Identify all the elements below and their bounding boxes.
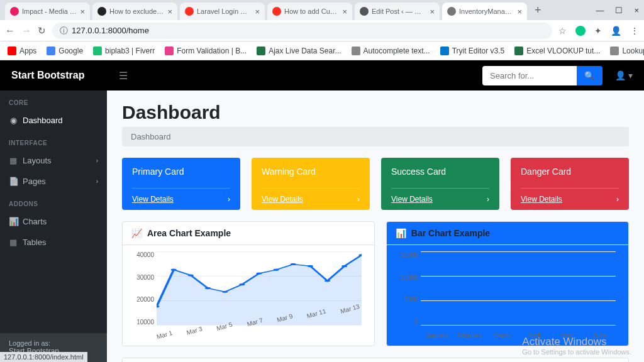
view-details-link[interactable]: View Details — [391, 195, 433, 204]
bar — [488, 295, 514, 325]
watermark-title: Activate Windows — [522, 336, 631, 348]
reload-icon[interactable]: ↻ — [38, 25, 46, 36]
sidebar-item-layouts[interactable]: ▦ Layouts › — [0, 150, 107, 171]
main-content: Dashboard Dashboard Primary CardView Det… — [107, 90, 644, 362]
close-icon[interactable]: × — [342, 7, 347, 16]
bookmark-label: Form Validation | B... — [177, 47, 247, 55]
summary-cards: Primary CardView Details›Warning CardVie… — [122, 158, 629, 210]
bookmark-label: Ajax Live Data Sear... — [269, 47, 341, 55]
star-icon[interactable]: ☆ — [558, 26, 567, 36]
close-icon[interactable]: × — [167, 7, 172, 16]
bookmark-item[interactable]: biplab3 | Fiverr — [93, 47, 155, 55]
bookmark-label: Excel VLOOKUP tut... — [526, 47, 600, 55]
sidebar-section-core: CORE — [0, 90, 107, 110]
browser-tab[interactable]: Impact - Media Partner× — [5, 3, 90, 20]
browser-tab[interactable]: Edit Post ‹ — WordPre× — [355, 3, 440, 20]
bookmark-item[interactable]: Apps — [8, 47, 36, 55]
sidebar-item-charts[interactable]: 📊 Charts — [0, 211, 107, 232]
bar — [590, 251, 616, 325]
close-icon[interactable]: × — [430, 7, 435, 16]
view-details-link[interactable]: View Details — [521, 195, 562, 204]
bar — [522, 286, 548, 325]
breadcrumb: Dashboard — [122, 127, 629, 146]
browser-tab[interactable]: How to add Custom D× — [267, 3, 352, 20]
chevron-right-icon: › — [487, 195, 489, 204]
bookmark-label: Autocomplete text... — [364, 47, 430, 55]
hamburger-icon[interactable]: ☰ — [119, 70, 128, 82]
bookmark-item[interactable]: Google — [47, 47, 83, 55]
summary-card: Warning CardView Details› — [252, 158, 370, 210]
extension-icon[interactable] — [575, 26, 586, 36]
bookmark-item[interactable]: Autocomplete text... — [352, 47, 430, 55]
bookmark-icon — [93, 47, 102, 55]
summary-card: Primary CardView Details› — [122, 158, 240, 210]
pages-icon: 📄 — [9, 177, 18, 186]
card-title: Primary Card — [132, 167, 230, 177]
search-input[interactable] — [482, 66, 577, 85]
status-bar-url: 127.0.0.1:8000/index.html — [0, 352, 87, 362]
view-details-link[interactable]: View Details — [132, 195, 174, 204]
svg-point-9 — [291, 263, 296, 265]
search-button[interactable]: 🔍 — [577, 66, 602, 85]
profile-icon[interactable]: 👤 — [611, 26, 621, 36]
menu-icon[interactable]: ⋮ — [630, 26, 639, 36]
charts-icon: 📊 — [9, 217, 18, 226]
tab-title: How to add Custom D — [284, 8, 339, 15]
svg-point-11 — [325, 280, 330, 282]
bookmark-label: Apps — [19, 47, 36, 55]
bookmark-label: biplab3 | Fiverr — [105, 47, 155, 55]
chevron-right-icon: › — [357, 195, 360, 204]
view-details-link[interactable]: View Details — [262, 195, 303, 204]
bookmark-icon — [610, 47, 619, 55]
card-title: Success Card — [391, 167, 489, 177]
sidebar-item-label: Dashboard — [23, 116, 63, 125]
maximize-icon[interactable]: ☐ — [615, 6, 623, 15]
minimize-icon[interactable]: — — [596, 6, 604, 15]
favicon-icon — [360, 7, 369, 16]
browser-tab[interactable]: Laravel Login with Fac× — [180, 3, 265, 20]
tab-title: Laravel Login with Fac — [197, 8, 252, 15]
chevron-right-icon: › — [616, 195, 619, 204]
panel-title: Bar Chart Example — [411, 228, 490, 238]
browser-tab[interactable]: InventoryManagement× — [442, 3, 527, 20]
new-tab-button[interactable]: + — [530, 4, 547, 17]
bookmark-item[interactable]: Ajax Live Data Sear... — [257, 47, 341, 55]
area-chart-icon: 📈 — [131, 228, 142, 238]
url-field[interactable]: ⓘ 127.0.0.1:8000/home — [52, 23, 552, 39]
bookmark-item[interactable]: Lookup & Referenc... — [610, 47, 644, 55]
bookmark-icon — [440, 47, 449, 55]
sidebar-section-interface: INTERFACE — [0, 131, 107, 150]
back-icon[interactable]: ← — [5, 25, 15, 36]
browser-tab[interactable]: How to exclude Sund× — [92, 3, 177, 20]
favicon-icon — [10, 7, 19, 16]
app-topbar: Start Bootstrap ☰ 🔍 👤 ▾ — [0, 60, 644, 90]
close-icon[interactable]: × — [80, 7, 85, 16]
bookmark-icon — [8, 47, 16, 55]
datatable-panel: ▦ DataTable Example — [122, 358, 629, 362]
bookmark-item[interactable]: Excel VLOOKUP tut... — [514, 47, 600, 55]
summary-card: Danger CardView Details› — [511, 158, 629, 210]
extensions-icon[interactable]: ✦ — [594, 26, 602, 36]
forward-icon: → — [21, 25, 31, 36]
bookmark-icon — [352, 47, 360, 55]
sidebar-item-dashboard[interactable]: ◉ Dashboard — [0, 110, 107, 131]
sidebar-item-label: Charts — [23, 217, 47, 226]
url-text: 127.0.0.1:8000/home — [72, 26, 149, 35]
user-menu[interactable]: 👤 ▾ — [615, 70, 633, 80]
close-icon[interactable]: × — [255, 7, 260, 16]
close-icon[interactable]: × — [517, 7, 522, 16]
tab-title: Edit Post ‹ — WordPre — [372, 8, 426, 15]
favicon-icon — [185, 7, 194, 16]
bookmark-label: Google — [58, 47, 83, 55]
bookmark-item[interactable]: Tryit Editor v3.5 — [440, 47, 505, 55]
area-chart: 40000300002000010000 Mar 1Mar 3Mar 5Mar … — [131, 251, 365, 339]
tab-title: InventoryManagement — [459, 8, 514, 15]
sidebar-item-pages[interactable]: 📄 Pages › — [0, 171, 107, 192]
panel-title: Area Chart Example — [147, 228, 231, 238]
info-icon: ⓘ — [60, 25, 68, 36]
card-title: Danger Card — [521, 167, 619, 177]
bookmark-item[interactable]: Form Validation | B... — [165, 47, 247, 55]
sidebar-item-tables[interactable]: ▦ Tables — [0, 232, 107, 253]
svg-point-3 — [188, 274, 194, 276]
close-icon[interactable]: × — [634, 6, 639, 15]
